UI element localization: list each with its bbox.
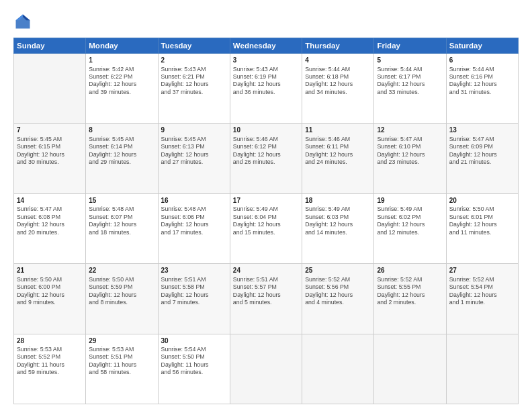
cell-info: Sunrise: 5:45 AM Sunset: 6:14 PM Dayligh… (89, 136, 154, 167)
calendar-week-row: 1Sunrise: 5:42 AM Sunset: 6:22 PM Daylig… (14, 54, 519, 124)
calendar-cell: 7Sunrise: 5:45 AM Sunset: 6:15 PM Daylig… (14, 124, 86, 193)
calendar-cell: 17Sunrise: 5:49 AM Sunset: 6:04 PM Dayli… (230, 193, 302, 263)
calendar-cell: 9Sunrise: 5:45 AM Sunset: 6:13 PM Daylig… (158, 124, 230, 193)
calendar-cell: 22Sunrise: 5:50 AM Sunset: 5:59 PM Dayli… (86, 264, 158, 334)
calendar-cell: 11Sunrise: 5:46 AM Sunset: 6:11 PM Dayli… (302, 124, 374, 193)
calendar-cell: 15Sunrise: 5:48 AM Sunset: 6:07 PM Dayli… (86, 193, 158, 263)
cell-info: Sunrise: 5:48 AM Sunset: 6:06 PM Dayligh… (161, 205, 227, 236)
cell-number: 19 (377, 196, 443, 205)
cell-info: Sunrise: 5:46 AM Sunset: 6:12 PM Dayligh… (233, 136, 299, 167)
cell-number: 18 (305, 196, 371, 205)
cell-number: 12 (377, 126, 443, 135)
calendar-header-friday: Friday (374, 38, 446, 54)
calendar-header-saturday: Saturday (446, 38, 518, 54)
cell-number: 20 (449, 196, 515, 205)
cell-info: Sunrise: 5:47 AM Sunset: 6:08 PM Dayligh… (17, 205, 83, 236)
cell-info: Sunrise: 5:49 AM Sunset: 6:04 PM Dayligh… (233, 205, 299, 236)
cell-number: 7 (17, 126, 83, 135)
cell-info: Sunrise: 5:53 AM Sunset: 5:51 PM Dayligh… (89, 346, 154, 377)
cell-number: 8 (89, 126, 154, 135)
cell-number: 30 (161, 336, 227, 346)
header (13, 12, 519, 31)
cell-number: 24 (233, 266, 299, 275)
calendar-cell: 28Sunrise: 5:53 AM Sunset: 5:52 PM Dayli… (14, 334, 86, 404)
cell-info: Sunrise: 5:48 AM Sunset: 6:07 PM Dayligh… (89, 205, 154, 236)
logo-icon (13, 12, 32, 31)
calendar-cell: 19Sunrise: 5:49 AM Sunset: 6:02 PM Dayli… (374, 193, 446, 263)
cell-number: 26 (377, 266, 443, 275)
calendar-cell: 5Sunrise: 5:44 AM Sunset: 6:17 PM Daylig… (374, 54, 446, 124)
cell-info: Sunrise: 5:43 AM Sunset: 6:21 PM Dayligh… (161, 66, 227, 97)
cell-number: 11 (305, 126, 371, 135)
cell-info: Sunrise: 5:45 AM Sunset: 6:15 PM Dayligh… (17, 136, 83, 167)
calendar-cell: 8Sunrise: 5:45 AM Sunset: 6:14 PM Daylig… (86, 124, 158, 193)
calendar-header-monday: Monday (86, 38, 158, 54)
cell-info: Sunrise: 5:43 AM Sunset: 6:19 PM Dayligh… (233, 66, 299, 97)
cell-info: Sunrise: 5:50 AM Sunset: 6:01 PM Dayligh… (449, 205, 515, 236)
calendar-cell: 30Sunrise: 5:54 AM Sunset: 5:50 PM Dayli… (158, 334, 230, 404)
cell-info: Sunrise: 5:54 AM Sunset: 5:50 PM Dayligh… (161, 346, 227, 377)
calendar-cell: 2Sunrise: 5:43 AM Sunset: 6:21 PM Daylig… (158, 54, 230, 124)
cell-info: Sunrise: 5:45 AM Sunset: 6:13 PM Dayligh… (161, 136, 227, 167)
cell-number: 28 (17, 336, 83, 346)
cell-number: 6 (449, 56, 515, 65)
calendar-cell: 26Sunrise: 5:52 AM Sunset: 5:55 PM Dayli… (374, 264, 446, 334)
cell-info: Sunrise: 5:53 AM Sunset: 5:52 PM Dayligh… (17, 346, 83, 377)
calendar-cell: 12Sunrise: 5:47 AM Sunset: 6:10 PM Dayli… (374, 124, 446, 193)
cell-info: Sunrise: 5:46 AM Sunset: 6:11 PM Dayligh… (305, 136, 371, 167)
cell-number: 29 (89, 336, 154, 346)
cell-number: 3 (233, 56, 299, 65)
calendar-cell: 6Sunrise: 5:44 AM Sunset: 6:16 PM Daylig… (446, 54, 518, 124)
calendar-cell: 16Sunrise: 5:48 AM Sunset: 6:06 PM Dayli… (158, 193, 230, 263)
cell-number: 4 (305, 56, 371, 65)
calendar-cell: 25Sunrise: 5:52 AM Sunset: 5:56 PM Dayli… (302, 264, 374, 334)
calendar-cell: 23Sunrise: 5:51 AM Sunset: 5:58 PM Dayli… (158, 264, 230, 334)
calendar-cell: 1Sunrise: 5:42 AM Sunset: 6:22 PM Daylig… (86, 54, 158, 124)
calendar-cell: 3Sunrise: 5:43 AM Sunset: 6:19 PM Daylig… (230, 54, 302, 124)
calendar-cell: 20Sunrise: 5:50 AM Sunset: 6:01 PM Dayli… (446, 193, 518, 263)
cell-info: Sunrise: 5:51 AM Sunset: 5:57 PM Dayligh… (233, 276, 299, 307)
cell-number: 9 (161, 126, 227, 135)
calendar-cell (14, 54, 86, 124)
calendar-cell: 4Sunrise: 5:44 AM Sunset: 6:18 PM Daylig… (302, 54, 374, 124)
page: SundayMondayTuesdayWednesdayThursdayFrid… (0, 0, 532, 411)
cell-info: Sunrise: 5:50 AM Sunset: 6:00 PM Dayligh… (17, 276, 83, 307)
cell-info: Sunrise: 5:52 AM Sunset: 5:54 PM Dayligh… (449, 276, 515, 307)
calendar-cell: 21Sunrise: 5:50 AM Sunset: 6:00 PM Dayli… (14, 264, 86, 334)
calendar-cell (446, 334, 518, 404)
calendar-table: SundayMondayTuesdayWednesdayThursdayFrid… (13, 38, 519, 404)
calendar-cell: 18Sunrise: 5:49 AM Sunset: 6:03 PM Dayli… (302, 193, 374, 263)
cell-number: 23 (161, 266, 227, 275)
cell-number: 5 (377, 56, 443, 65)
cell-number: 13 (449, 126, 515, 135)
cell-number: 1 (89, 56, 154, 65)
cell-info: Sunrise: 5:49 AM Sunset: 6:02 PM Dayligh… (377, 205, 443, 236)
calendar-cell: 27Sunrise: 5:52 AM Sunset: 5:54 PM Dayli… (446, 264, 518, 334)
cell-info: Sunrise: 5:47 AM Sunset: 6:09 PM Dayligh… (449, 136, 515, 167)
cell-info: Sunrise: 5:47 AM Sunset: 6:10 PM Dayligh… (377, 136, 443, 167)
calendar-cell: 14Sunrise: 5:47 AM Sunset: 6:08 PM Dayli… (14, 193, 86, 263)
calendar-cell: 29Sunrise: 5:53 AM Sunset: 5:51 PM Dayli… (86, 334, 158, 404)
calendar-header-tuesday: Tuesday (158, 38, 230, 54)
cell-info: Sunrise: 5:51 AM Sunset: 5:58 PM Dayligh… (161, 276, 227, 307)
cell-number: 16 (161, 196, 227, 205)
calendar-cell: 10Sunrise: 5:46 AM Sunset: 6:12 PM Dayli… (230, 124, 302, 193)
cell-number: 21 (17, 266, 83, 275)
cell-info: Sunrise: 5:44 AM Sunset: 6:18 PM Dayligh… (305, 66, 371, 97)
cell-info: Sunrise: 5:52 AM Sunset: 5:56 PM Dayligh… (305, 276, 371, 307)
cell-number: 25 (305, 266, 371, 275)
calendar-week-row: 7Sunrise: 5:45 AM Sunset: 6:15 PM Daylig… (14, 124, 519, 193)
calendar-header-wednesday: Wednesday (230, 38, 302, 54)
calendar-cell (374, 334, 446, 404)
cell-info: Sunrise: 5:50 AM Sunset: 5:59 PM Dayligh… (89, 276, 154, 307)
calendar-cell (230, 334, 302, 404)
cell-number: 15 (89, 196, 154, 205)
cell-info: Sunrise: 5:44 AM Sunset: 6:16 PM Dayligh… (449, 66, 515, 97)
cell-number: 17 (233, 196, 299, 205)
calendar-week-row: 21Sunrise: 5:50 AM Sunset: 6:00 PM Dayli… (14, 264, 519, 334)
calendar-cell: 24Sunrise: 5:51 AM Sunset: 5:57 PM Dayli… (230, 264, 302, 334)
calendar-cell: 13Sunrise: 5:47 AM Sunset: 6:09 PM Dayli… (446, 124, 518, 193)
calendar-week-row: 28Sunrise: 5:53 AM Sunset: 5:52 PM Dayli… (14, 334, 519, 404)
cell-number: 2 (161, 56, 227, 65)
calendar-cell (302, 334, 374, 404)
